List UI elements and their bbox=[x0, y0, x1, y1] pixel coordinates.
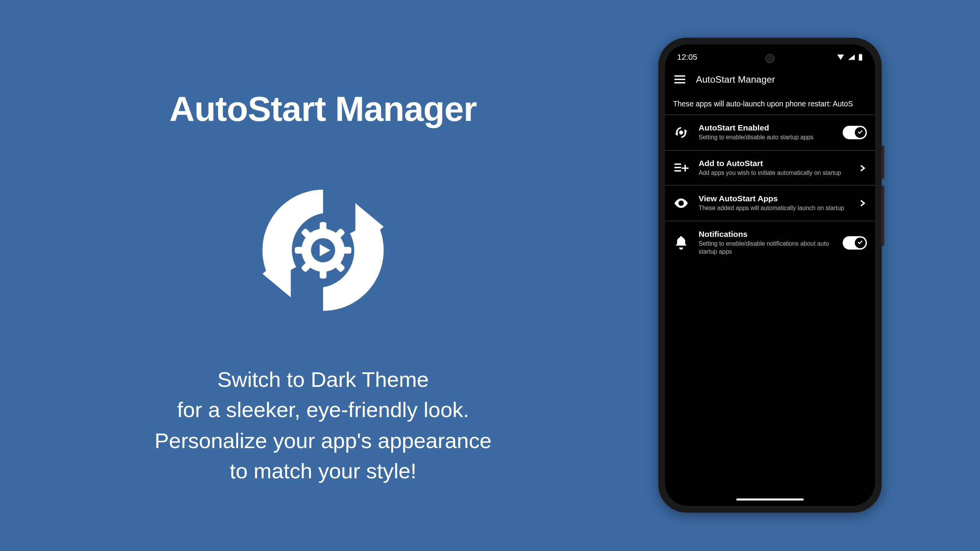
toggle-switch[interactable] bbox=[843, 236, 867, 249]
menu-icon[interactable] bbox=[675, 75, 685, 83]
battery-icon bbox=[858, 54, 863, 61]
app-logo-icon bbox=[242, 176, 404, 324]
phone-screen: 12:05 AutoStart Manager These apps will … bbox=[665, 44, 875, 506]
check-icon bbox=[857, 239, 864, 246]
wifi-icon bbox=[836, 54, 844, 61]
svg-rect-22 bbox=[682, 167, 689, 169]
svg-rect-14 bbox=[859, 54, 861, 54]
promo-description: Switch to Dark Theme for a sleeker, eye-… bbox=[155, 365, 492, 487]
camera-cutout-icon bbox=[765, 54, 775, 64]
item-subtitle: These added apps will automatically laun… bbox=[699, 205, 848, 213]
bell-icon bbox=[673, 235, 689, 251]
check-icon bbox=[857, 129, 864, 135]
item-subtitle: Setting to enable/disable auto startup a… bbox=[699, 134, 833, 142]
item-title: Add to AutoStart bbox=[699, 158, 848, 168]
chevron-right-icon bbox=[858, 199, 867, 208]
phone-frame: 12:05 AutoStart Manager These apps will … bbox=[658, 37, 882, 512]
svg-point-17 bbox=[679, 130, 683, 135]
svg-point-23 bbox=[680, 202, 683, 205]
status-time: 12:05 bbox=[677, 52, 697, 62]
signal-icon bbox=[848, 54, 856, 61]
svg-rect-3 bbox=[320, 222, 327, 231]
home-indicator[interactable] bbox=[736, 499, 804, 500]
app-bar: AutoStart Manager bbox=[665, 67, 875, 91]
svg-rect-19 bbox=[675, 166, 681, 168]
svg-rect-6 bbox=[342, 247, 351, 254]
setting-add-autostart[interactable]: Add to AutoStart Add apps you wish to in… bbox=[665, 150, 875, 186]
setting-notifications[interactable]: Notifications Setting to enable/disable … bbox=[665, 221, 875, 264]
app-bar-title: AutoStart Manager bbox=[696, 74, 775, 85]
eye-icon bbox=[673, 195, 689, 211]
svg-rect-18 bbox=[675, 163, 681, 165]
item-title: View AutoStart Apps bbox=[699, 194, 848, 204]
svg-rect-5 bbox=[295, 247, 304, 254]
promo-panel: AutoStart Manager bbox=[0, 0, 646, 549]
item-title: AutoStart Enabled bbox=[699, 123, 833, 133]
item-subtitle: Setting to enable/disable notifications … bbox=[699, 240, 833, 256]
toggle-switch[interactable] bbox=[843, 126, 867, 139]
list-add-icon bbox=[673, 160, 689, 176]
setting-autostart-enabled[interactable]: AutoStart Enabled Setting to enable/disa… bbox=[665, 114, 875, 150]
item-title: Notifications bbox=[699, 230, 833, 239]
svg-rect-13 bbox=[859, 54, 862, 60]
chevron-right-icon bbox=[858, 163, 867, 173]
refresh-gear-icon bbox=[673, 124, 689, 140]
svg-rect-20 bbox=[675, 170, 681, 171]
setting-view-apps[interactable]: View AutoStart Apps These added apps wil… bbox=[665, 185, 875, 221]
promo-title: AutoStart Manager bbox=[169, 89, 477, 129]
header-subtitle: These apps will auto-launch upon phone r… bbox=[665, 91, 875, 114]
svg-rect-4 bbox=[320, 269, 327, 279]
item-subtitle: Add apps you wish to initiate automatica… bbox=[699, 170, 848, 178]
